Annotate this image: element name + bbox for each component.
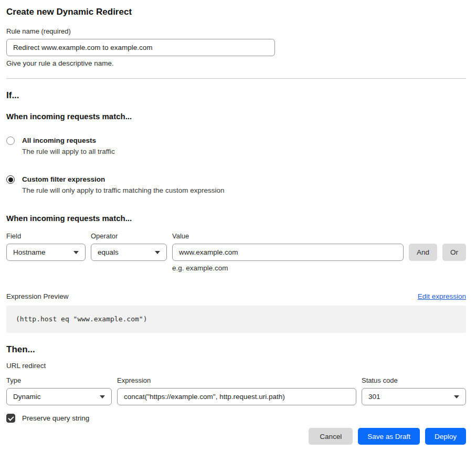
type-column: Type Dynamic	[6, 376, 112, 405]
radio-label: All incoming requests	[22, 136, 115, 145]
field-column: Field Hostname	[6, 232, 86, 261]
value-help: e.g. example.com	[172, 264, 404, 272]
status-code-label: Status code	[362, 376, 466, 385]
condition-heading: When incoming requests match...	[6, 213, 466, 223]
match-type-radio-group: All incoming requests The rule will appl…	[6, 136, 466, 195]
status-code-column: Status code 301	[362, 376, 466, 405]
preserve-query-checkbox[interactable]	[6, 414, 15, 423]
radio-text: All incoming requests The rule will appl…	[22, 136, 115, 156]
redirect-expression-input[interactable]	[117, 388, 356, 405]
field-select-value: Hostname	[13, 248, 46, 256]
type-select[interactable]: Dynamic	[6, 388, 112, 405]
andor-buttons: And Or	[409, 244, 466, 261]
operator-select[interactable]: equals	[91, 244, 167, 261]
value-label: Value	[172, 232, 404, 240]
expression-preview-header: Expression Preview Edit expression	[6, 292, 466, 301]
or-button[interactable]: Or	[442, 244, 466, 261]
deploy-button[interactable]: Deploy	[425, 428, 466, 445]
page-title: Create new Dynamic Redirect	[6, 6, 466, 18]
save-as-draft-button[interactable]: Save as Draft	[358, 428, 420, 445]
status-code-select[interactable]: 301	[362, 388, 466, 405]
radio-all-incoming-requests[interactable]: All incoming requests The rule will appl…	[6, 136, 466, 156]
then-builder-row: Type Dynamic Expression Status code 301	[6, 376, 466, 405]
radio-label: Custom filter expression	[22, 175, 224, 184]
chevron-down-icon	[454, 395, 459, 398]
section-divider	[6, 78, 466, 79]
type-label: Type	[6, 376, 112, 385]
operator-label: Operator	[91, 232, 167, 240]
expression-label: Expression	[117, 376, 356, 385]
chevron-down-icon	[100, 395, 105, 398]
radio-text: Custom filter expression The rule will o…	[22, 175, 224, 195]
expression-column: Expression	[117, 376, 356, 405]
field-select[interactable]: Hostname	[6, 244, 86, 261]
footer-actions: Cancel Save as Draft Deploy	[6, 428, 466, 445]
value-column: Value e.g. example.com	[172, 232, 404, 272]
if-match-heading: When incoming requests match...	[6, 111, 466, 121]
operator-column: Operator equals	[91, 232, 167, 261]
and-button[interactable]: And	[409, 244, 437, 261]
create-redirect-form: Create new Dynamic Redirect Rule name (r…	[0, 0, 476, 445]
rule-name-section: Rule name (required) Give your rule a de…	[6, 27, 466, 68]
preserve-query-row[interactable]: Preserve query string	[6, 414, 466, 423]
then-heading: Then...	[6, 344, 466, 355]
rule-name-input[interactable]	[6, 39, 275, 56]
radio-description: The rule will only apply to traffic matc…	[22, 186, 224, 195]
expression-preview-code: (http.host eq "www.example.com")	[6, 306, 466, 333]
type-select-value: Dynamic	[13, 393, 41, 401]
radio-description: The rule will apply to all traffic	[22, 147, 115, 156]
expression-preview-label: Expression Preview	[6, 292, 69, 301]
status-code-select-value: 301	[368, 393, 380, 401]
operator-select-value: equals	[98, 248, 119, 256]
radio-icon[interactable]	[6, 175, 15, 184]
value-input[interactable]	[172, 244, 404, 261]
edit-expression-link[interactable]: Edit expression	[418, 292, 466, 300]
cancel-button[interactable]: Cancel	[309, 428, 353, 445]
preserve-query-label: Preserve query string	[22, 414, 89, 422]
chevron-down-icon	[73, 251, 79, 254]
rule-name-help: Give your rule a descriptive name.	[6, 59, 466, 68]
radio-icon[interactable]	[6, 137, 15, 145]
if-heading: If...	[6, 90, 466, 101]
rule-name-label: Rule name (required)	[6, 27, 466, 36]
url-redirect-label: URL redirect	[6, 361, 466, 370]
condition-builder-row: Field Hostname Operator equals Value e.g…	[6, 232, 466, 272]
radio-custom-filter-expression[interactable]: Custom filter expression The rule will o…	[6, 175, 466, 195]
field-label: Field	[6, 232, 86, 240]
chevron-down-icon	[155, 251, 160, 254]
